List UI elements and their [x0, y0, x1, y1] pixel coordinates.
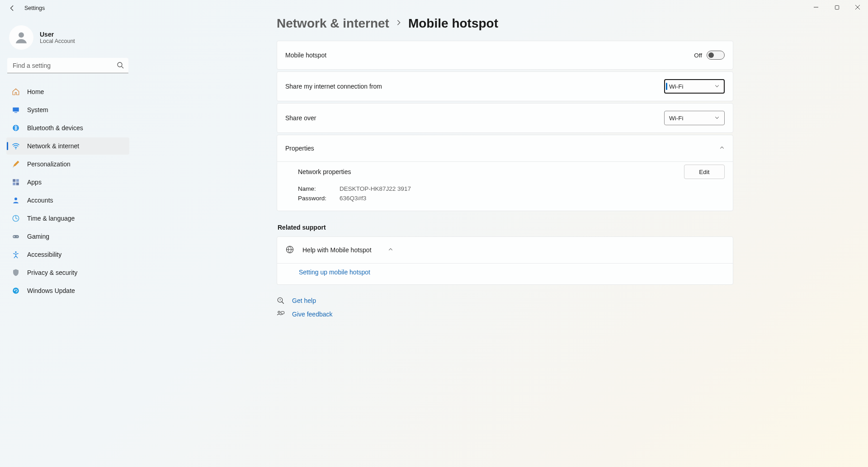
hotspot-toggle-card: Mobile hotspot Off — [277, 41, 733, 70]
apps-icon — [12, 178, 20, 186]
chevron-right-icon — [396, 19, 402, 28]
feedback-icon — [277, 310, 285, 318]
sidebar: User Local Account Home System Bluetooth… — [0, 16, 136, 467]
breadcrumb: Network & internet Mobile hotspot — [277, 16, 733, 31]
chevron-up-icon — [388, 246, 393, 254]
sidebar-item-accessibility[interactable]: Accessibility — [6, 246, 129, 263]
svg-rect-7 — [13, 179, 15, 182]
page-title: Mobile hotspot — [408, 16, 498, 31]
sidebar-item-privacy[interactable]: Privacy & security — [6, 264, 129, 281]
edit-button[interactable]: Edit — [684, 165, 725, 179]
svg-point-15 — [15, 251, 16, 253]
user-subtitle: Local Account — [40, 38, 75, 44]
update-icon — [12, 287, 20, 295]
help-with-hotspot-expander[interactable]: Help with Mobile hotspot — [277, 237, 733, 263]
sidebar-item-windows-update[interactable]: Windows Update — [6, 282, 129, 299]
gamepad-icon — [12, 232, 20, 241]
chevron-up-icon — [719, 145, 725, 152]
avatar — [9, 25, 33, 50]
chevron-down-icon — [714, 83, 720, 90]
back-button[interactable] — [8, 4, 16, 12]
sidebar-item-bluetooth[interactable]: Bluetooth & devices — [6, 119, 129, 137]
share-from-value: Wi-Fi — [669, 83, 683, 90]
chevron-down-icon — [714, 115, 720, 122]
svg-point-11 — [14, 198, 17, 200]
svg-rect-21 — [281, 311, 284, 314]
svg-point-14 — [17, 236, 18, 237]
sidebar-item-network[interactable]: Network & internet — [6, 137, 129, 155]
property-password-value: 636Q3#f3 — [340, 195, 366, 202]
system-icon — [12, 106, 20, 114]
sidebar-item-label: Personalization — [27, 160, 71, 168]
share-over-value: Wi-Fi — [669, 115, 683, 122]
help-icon: ? — [277, 297, 285, 305]
related-support-heading: Related support — [278, 224, 733, 231]
close-button[interactable] — [847, 0, 868, 14]
search-icon[interactable] — [117, 61, 124, 71]
sidebar-item-label: System — [27, 106, 48, 113]
share-from-label: Share my internet connection from — [285, 83, 382, 90]
sidebar-item-label: Time & language — [27, 215, 75, 222]
svg-point-16 — [13, 288, 19, 294]
breadcrumb-parent[interactable]: Network & internet — [277, 16, 389, 31]
accessibility-icon — [12, 250, 20, 259]
properties-expander[interactable]: Properties — [277, 135, 733, 161]
get-help-link[interactable]: Get help — [292, 297, 316, 304]
user-name: User — [40, 31, 75, 38]
svg-point-6 — [15, 148, 16, 149]
sidebar-item-system[interactable]: System — [6, 101, 129, 118]
properties-header: Properties — [285, 145, 314, 152]
clock-globe-icon — [12, 214, 20, 222]
svg-point-2 — [118, 62, 122, 67]
share-from-select[interactable]: Wi-Fi — [664, 79, 725, 94]
paintbrush-icon — [12, 160, 20, 168]
share-over-label: Share over — [285, 114, 316, 122]
svg-text:?: ? — [279, 298, 281, 302]
sidebar-item-label: Privacy & security — [27, 269, 77, 276]
search-input[interactable] — [7, 58, 128, 73]
property-name-key: Name: — [298, 185, 328, 192]
property-password-key: Password: — [298, 195, 328, 202]
globe-icon — [285, 245, 294, 255]
share-over-card: Share over Wi-Fi — [277, 103, 733, 133]
setup-hotspot-link[interactable]: Setting up mobile hotspot — [299, 269, 370, 276]
bluetooth-icon — [12, 124, 20, 132]
titlebar: Settings — [0, 0, 868, 16]
maximize-button[interactable] — [826, 0, 847, 14]
svg-point-1 — [19, 32, 24, 38]
hotspot-toggle-state: Off — [694, 52, 702, 59]
sidebar-item-accounts[interactable]: Accounts — [6, 192, 129, 209]
svg-rect-0 — [835, 5, 839, 9]
home-icon — [12, 88, 20, 96]
share-from-card: Share my internet connection from Wi-Fi — [277, 71, 733, 101]
network-properties-heading: Network properties — [298, 168, 351, 175]
sidebar-item-label: Windows Update — [27, 287, 75, 294]
sidebar-item-label: Apps — [27, 179, 42, 186]
svg-rect-9 — [13, 183, 15, 185]
svg-rect-8 — [16, 179, 19, 182]
give-feedback-link[interactable]: Give feedback — [292, 311, 333, 318]
sidebar-item-label: Accessibility — [27, 251, 61, 258]
property-name-value: DESKTOP-HK87J22 3917 — [340, 185, 411, 192]
sidebar-item-home[interactable]: Home — [6, 83, 129, 100]
sidebar-item-label: Home — [27, 88, 44, 95]
sidebar-item-label: Accounts — [27, 197, 53, 204]
support-row-label: Help with Mobile hotspot — [302, 246, 372, 254]
hotspot-toggle[interactable] — [707, 51, 725, 60]
hotspot-toggle-label: Mobile hotspot — [285, 52, 326, 59]
sidebar-item-gaming[interactable]: Gaming — [6, 228, 129, 245]
svg-point-20 — [278, 311, 280, 313]
support-card: Help with Mobile hotspot Setting up mobi… — [277, 236, 733, 285]
sidebar-item-apps[interactable]: Apps — [6, 174, 129, 191]
window-title: Settings — [24, 5, 45, 11]
svg-rect-4 — [14, 112, 17, 113]
sidebar-item-personalization[interactable]: Personalization — [6, 156, 129, 173]
person-icon — [14, 30, 29, 45]
share-over-select[interactable]: Wi-Fi — [664, 111, 725, 125]
sidebar-item-label: Bluetooth & devices — [27, 124, 83, 132]
sidebar-item-label: Gaming — [27, 233, 49, 240]
user-block[interactable]: User Local Account — [6, 22, 129, 58]
minimize-button[interactable] — [806, 0, 826, 14]
sidebar-item-time-language[interactable]: Time & language — [6, 210, 129, 227]
svg-rect-10 — [16, 183, 19, 185]
